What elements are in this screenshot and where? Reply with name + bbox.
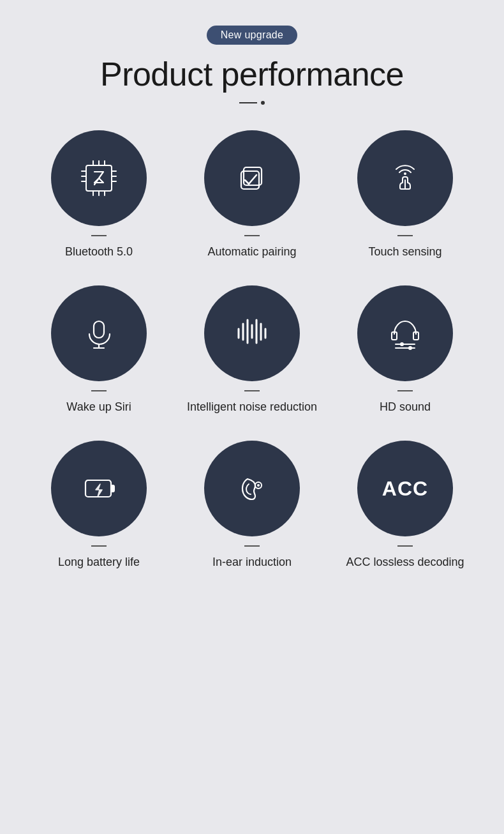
new-upgrade-badge: New upgrade: [207, 26, 297, 45]
feature-label-auto-pairing: Automatic pairing: [207, 244, 296, 260]
feature-dash-auto-pairing: [244, 235, 260, 236]
battery-icon-circle: [51, 441, 147, 536]
feature-siri: Wake up Siri: [29, 285, 169, 415]
feature-dash-bluetooth: [91, 235, 107, 236]
feature-dash-in-ear: [244, 545, 260, 547]
feature-hd-sound: HD sound: [335, 285, 475, 415]
waveform-icon: [230, 311, 274, 356]
feature-auto-pairing: Automatic pairing: [182, 130, 322, 260]
feature-touch: Touch sensing: [335, 130, 475, 260]
title-divider: [239, 101, 265, 105]
feature-label-bluetooth: Bluetooth 5.0: [65, 244, 133, 260]
svg-point-31: [408, 346, 412, 350]
feature-acc: ACC ACC lossless decoding: [335, 441, 475, 570]
feature-bluetooth: Bluetooth 5.0: [29, 130, 169, 260]
svg-point-30: [400, 342, 404, 346]
feature-label-battery: Long battery life: [58, 554, 140, 570]
feature-dash-hd-sound: [397, 390, 413, 391]
feature-noise: Intelligent noise reduction: [182, 285, 322, 415]
svg-point-15: [404, 172, 406, 175]
svg-rect-33: [111, 485, 114, 492]
checkbox-icon: [230, 156, 274, 201]
in-ear-icon-circle: [204, 441, 300, 536]
feature-battery: Long battery life: [29, 441, 169, 570]
feature-dash-acc: [397, 545, 413, 547]
feature-dash-siri: [91, 390, 107, 391]
equalizer-icon: [383, 311, 427, 356]
touch-icon-circle: [357, 130, 453, 226]
page-title: Product performance: [100, 55, 404, 93]
hd-sound-icon-circle: [357, 285, 453, 381]
svg-rect-16: [94, 321, 104, 338]
feature-label-acc: ACC lossless decoding: [346, 554, 464, 570]
battery-icon: [77, 466, 121, 511]
feature-label-in-ear: In-ear induction: [212, 554, 292, 570]
svg-point-35: [257, 484, 260, 487]
mic-icon: [77, 311, 121, 356]
auto-pairing-icon-circle: [204, 130, 300, 226]
acc-icon-circle: ACC: [357, 441, 453, 536]
acc-text-icon: ACC: [382, 477, 428, 501]
feature-label-hd-sound: HD sound: [380, 399, 431, 415]
feature-in-ear: In-ear induction: [182, 441, 322, 570]
feature-label-touch: Touch sensing: [368, 244, 441, 260]
feature-dash-touch: [397, 235, 413, 236]
feature-dash-noise: [244, 390, 260, 391]
feature-label-siri: Wake up Siri: [66, 399, 131, 415]
feature-label-noise: Intelligent noise reduction: [187, 399, 317, 415]
noise-icon-circle: [204, 285, 300, 381]
bluetooth-icon: [77, 156, 121, 201]
feature-dash-battery: [91, 545, 107, 547]
bluetooth-icon-circle: [51, 130, 147, 226]
features-grid: Bluetooth 5.0 Automatic pairing: [29, 130, 475, 571]
inear-icon: [230, 466, 274, 511]
touch-icon: [383, 156, 427, 201]
siri-icon-circle: [51, 285, 147, 381]
